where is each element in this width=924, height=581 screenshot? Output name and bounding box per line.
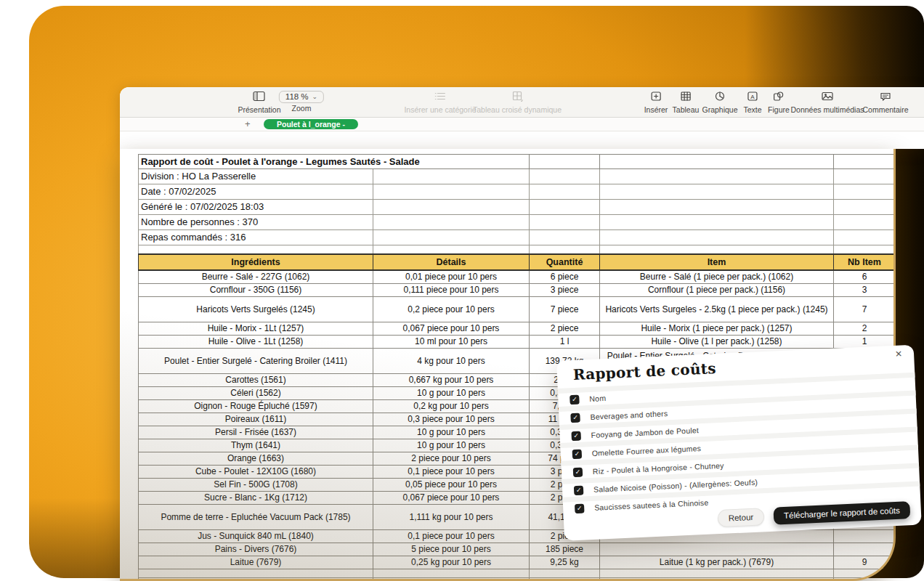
cell[interactable] [373,169,530,184]
cell[interactable]: Division : HO La Passerelle [139,169,373,184]
cell[interactable] [530,215,600,230]
cell[interactable] [600,245,834,255]
column-header[interactable]: Détails [373,254,530,270]
cell[interactable]: Orange (1663) [139,452,373,466]
text-button[interactable]: A Texte [743,91,761,114]
cell[interactable]: TOTAL [139,578,373,581]
cell[interactable] [373,578,530,581]
cell[interactable]: 2 piece [530,322,600,336]
cell[interactable]: Huile - Morix (1 piece per pack.) (1257) [600,322,834,336]
close-icon[interactable]: ✕ [895,349,903,359]
cell[interactable]: Oignon - Rouge Épluché (1597) [139,400,373,413]
insert-button[interactable]: Insérer [644,91,668,114]
cell[interactable]: 9,25 kg [530,556,600,569]
zoom-control[interactable]: 118 % ⌄ Zoom [279,89,324,113]
cell[interactable]: 4 kg pour 10 pers [373,349,530,374]
cell[interactable]: 2 [834,322,896,336]
cell[interactable] [373,215,530,230]
cell[interactable] [600,200,834,215]
retour-button[interactable]: Retour [717,508,765,527]
cell[interactable] [600,578,834,581]
cell[interactable] [530,569,600,578]
cell[interactable]: Beurre - Salé (1 piece per pack.) (1062) [600,270,834,284]
cell[interactable] [834,245,896,255]
checkbox-checked-icon[interactable]: ✓ [570,413,580,423]
cell[interactable] [600,155,834,169]
cell[interactable]: 5 piece pour 10 pers [373,543,530,556]
checkbox-checked-icon[interactable]: ✓ [575,503,585,513]
cell[interactable]: Cube - Poulet - 12X10G (1680) [139,466,373,479]
cell[interactable]: Huile - Morix - 1Lt (1257) [139,322,373,336]
column-header[interactable]: Item [600,254,834,270]
cell[interactable]: Haricots Verts Surgelés (1245) [139,297,373,322]
cell[interactable] [600,215,834,230]
checkbox-checked-icon[interactable]: ✓ [574,485,584,495]
cell[interactable]: Sel Fin - 500G (1708) [139,479,373,492]
cell[interactable]: 0,1 piece pour 10 pers [373,466,530,479]
cell[interactable]: 0,067 piece pour 10 pers [373,322,530,336]
cell[interactable] [834,543,896,556]
cell[interactable]: 0,01 piece pour 10 pers [373,270,530,284]
checkbox-checked-icon[interactable]: ✓ [572,449,583,459]
cell[interactable] [600,184,834,200]
cell[interactable]: Repas commandés : 316 [139,230,373,245]
cell[interactable] [530,230,600,245]
cell[interactable] [600,169,834,184]
comment-button[interactable]: Commentaire [862,91,908,114]
cell[interactable] [834,230,896,245]
cell[interactable] [530,184,600,200]
cell[interactable]: 1,111 kg pour 10 pers [373,505,530,530]
column-header[interactable]: Ingrédients [139,254,373,270]
cell[interactable]: 0,067 piece pour 10 pers [373,492,530,505]
cell[interactable]: Laitue (7679) [139,556,373,569]
cell[interactable] [834,578,896,581]
cell[interactable] [834,200,896,215]
cell[interactable] [530,169,600,184]
cell[interactable]: 7 piece [530,297,600,322]
cell[interactable]: Cornflour (1 piece per pack.) (1156) [600,284,834,297]
cell[interactable] [600,569,834,578]
cell[interactable]: Persil - Frisée (1637) [139,426,373,439]
cell[interactable] [139,245,373,255]
cell[interactable]: 0,25 kg pour 10 pers [373,556,530,569]
cell[interactable]: 0,111 piece pour 10 pers [373,284,530,297]
add-sheet-button[interactable]: + [245,118,251,130]
cell[interactable]: Beurre - Salé - 227G (1062) [139,270,373,284]
cell[interactable] [373,569,530,578]
cell[interactable]: Rapport de coût - Poulet à l'orange - Le… [139,155,530,169]
cell[interactable]: Haricots Verts Surgeles - 2.5kg (1 piece… [600,297,834,322]
zoom-value-box[interactable]: 118 % ⌄ [279,91,324,103]
cell[interactable]: 0,2 piece pour 10 pers [373,297,530,322]
cell[interactable]: 2 piece pour 10 pers [373,452,530,466]
checkbox-checked-icon[interactable]: ✓ [570,394,580,405]
cell[interactable] [373,184,530,200]
cell[interactable] [530,155,600,169]
chart-button[interactable]: Graphique [702,91,737,114]
cell[interactable]: 6 piece [530,270,600,284]
cell[interactable]: 0,1 piece pour 10 pers [373,530,530,543]
cell[interactable]: Généré le : 07/02/2025 18:03 [139,200,373,215]
cell[interactable] [530,200,600,215]
cell[interactable] [373,230,530,245]
cell[interactable]: Cornflour - 350G (1156) [139,284,373,297]
checkbox-checked-icon[interactable]: ✓ [573,467,583,477]
cell[interactable]: 10 ml pour 10 pers [373,336,530,349]
cell[interactable]: Jus - Sunquick 840 mL (1840) [139,530,373,543]
sheet-tab-poulet-a-l-orange[interactable]: Poulet à l_orange - [264,119,358,129]
cell[interactable]: Pomme de terre - Epluchée Vacuum Pack (1… [139,505,373,530]
cell[interactable]: 0,3 piece pour 10 pers [373,413,530,426]
cell[interactable]: Nombre de personnes : 370 [139,215,373,230]
cell[interactable] [834,169,896,184]
cell[interactable] [834,215,896,230]
cell[interactable]: 7 [834,297,896,322]
cell[interactable]: Poulet - Entier Surgelé - Catering Broil… [139,349,373,374]
cell[interactable] [834,155,896,169]
cell[interactable]: Laitue (1 kg per pack.) (7679) [600,556,834,569]
column-header[interactable]: Nb Item [834,254,896,270]
cell[interactable] [600,543,834,556]
cell[interactable] [600,230,834,245]
cell[interactable]: 10 g pour 10 pers [373,387,530,400]
cell[interactable] [139,569,373,578]
cell[interactable]: Sucre - Blanc - 1Kg (1712) [139,492,373,505]
cell[interactable] [530,245,600,255]
